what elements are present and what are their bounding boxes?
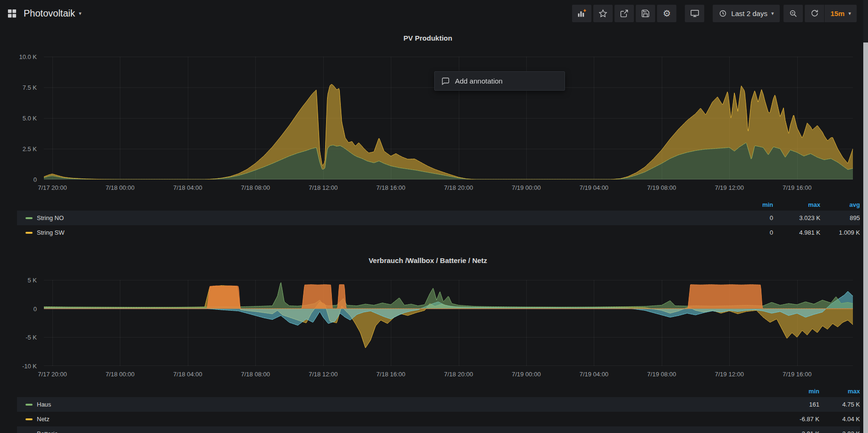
verbrauch-x-axis: 7/17 20:007/18 00:007/18 04:007/18 08:00… [44, 371, 853, 379]
series-color-dash[interactable] [25, 232, 33, 234]
legend-value-min: 0 [726, 214, 773, 221]
panel-title-verbrauch[interactable]: Verbrauch /Wallbox / Batterie / Netz [0, 256, 856, 264]
legend-value-min: 0 [726, 229, 773, 236]
x-tick-label: 7/18 00:00 [106, 184, 135, 191]
grafana-dashboard: { "navbar": { "title": "Photovoltaik", "… [0, 0, 868, 433]
legend-sort-avg[interactable]: avg [820, 201, 860, 208]
navbar-actions: ⚙ Last 2 days ▾ 1 [570, 5, 857, 22]
x-tick-label: 7/18 04:00 [173, 371, 202, 378]
refresh-picker: 15m ▾ [805, 5, 857, 22]
x-tick-label: 7/18 08:00 [241, 184, 270, 191]
legend-value-avg: 895 [820, 214, 860, 221]
legend-value-max: 4.04 K [819, 416, 860, 423]
y-tick-label: 5 K [27, 277, 37, 284]
add-annotation-label: Add annotation [455, 77, 503, 85]
x-tick-label: 7/18 20:00 [444, 371, 473, 378]
y-tick-label: 0 [34, 305, 37, 312]
legend-sort-min[interactable]: min [726, 201, 773, 208]
y-tick-label: -5 K [25, 334, 37, 341]
series-name[interactable]: Netz [37, 416, 50, 423]
verbrauch-chart[interactable] [44, 280, 853, 366]
refresh-icon [810, 9, 819, 17]
refresh-button[interactable] [805, 5, 825, 22]
settings-button[interactable]: ⚙ [657, 5, 676, 22]
refresh-interval-label: 15m [830, 9, 844, 17]
x-tick-label: 7/18 16:00 [376, 371, 405, 378]
x-tick-label: 7/19 08:00 [647, 184, 676, 191]
legend-value-avg: 1.009 K [820, 229, 860, 236]
tv-icon [690, 8, 699, 18]
legend-sort-min[interactable]: min [772, 388, 819, 395]
legend-row-haus[interactable]: Haus1614.75 K [17, 397, 860, 412]
legend-row-string-no[interactable]: String NO03.023 K895 [17, 211, 860, 225]
add-panel-icon [577, 8, 587, 18]
gear-icon: ⚙ [663, 9, 671, 18]
navbar: Photovoltaik ▾ ⚙ [0, 0, 863, 26]
dashboard-title: Photovoltaik [24, 8, 75, 19]
x-tick-label: 7/19 12:00 [715, 371, 744, 378]
kiosk-mode-button[interactable] [685, 5, 704, 22]
series-name[interactable]: String SW [37, 229, 65, 236]
legend-value-max: 3.03 K [819, 430, 860, 433]
save-button[interactable] [636, 5, 655, 22]
y-tick-label: 0 [34, 176, 37, 183]
pv-legend: minmaxavgString NO03.023 K895String SW04… [17, 199, 860, 240]
x-tick-label: 7/19 16:00 [783, 184, 811, 191]
legend-row-batterie[interactable]: Batterie-2.91 K3.03 K [17, 426, 860, 433]
time-range-picker[interactable]: Last 2 days ▾ [713, 5, 780, 22]
panel-title-pv-produktion[interactable]: PV Produktion [0, 34, 856, 42]
legend-sort-max[interactable]: max [819, 388, 860, 395]
legend-row-string-sw[interactable]: String SW04.981 K1.009 K [17, 225, 860, 240]
x-tick-label: 7/19 00:00 [512, 371, 540, 378]
legend-header-row: minmax [17, 385, 860, 397]
scrollbar[interactable] [863, 0, 868, 433]
verbrauch-legend: minmaxHaus1614.75 KNetz-6.87 K4.04 KBatt… [17, 385, 860, 433]
pv-x-axis: 7/17 20:007/18 00:007/18 04:007/18 08:00… [44, 184, 853, 192]
share-icon [620, 9, 629, 18]
x-tick-label: 7/18 16:00 [376, 184, 405, 191]
legend-header-row: minmaxavg [17, 199, 860, 211]
pv-y-axis: 02.5 K5.0 K7.5 K10.0 K [0, 57, 41, 179]
verbrauch-y-axis: 5 K0-5 K-10 K [0, 280, 41, 366]
save-icon [641, 9, 650, 18]
series-name[interactable]: Batterie [37, 430, 58, 433]
x-tick-label: 7/18 12:00 [309, 371, 337, 378]
share-button[interactable] [615, 5, 634, 22]
add-panel-button[interactable] [572, 5, 591, 22]
apps-grid-icon [7, 8, 17, 19]
legend-value-min: -2.91 K [772, 430, 819, 433]
legend-value-min: -6.87 K [772, 416, 819, 423]
y-tick-label: -10 K [22, 363, 37, 370]
y-tick-label: 2.5 K [23, 145, 37, 153]
star-icon [598, 9, 607, 18]
star-button[interactable] [593, 5, 613, 22]
series-color-dash[interactable] [25, 418, 33, 420]
scrollbar-thumb[interactable] [863, 42, 868, 433]
x-tick-label: 7/18 04:00 [173, 184, 202, 191]
x-tick-label: 7/19 08:00 [647, 371, 676, 378]
add-annotation-menu-item[interactable]: Add annotation [434, 71, 565, 91]
y-tick-label: 5.0 K [23, 115, 37, 122]
series-color-dash[interactable] [25, 404, 33, 406]
x-tick-label: 7/18 00:00 [106, 371, 135, 378]
clock-icon [719, 9, 727, 17]
y-tick-label: 7.5 K [23, 84, 37, 91]
series-name[interactable]: Haus [37, 401, 51, 408]
series-name[interactable]: String NO [37, 214, 64, 221]
dashboard-picker[interactable]: Photovoltaik ▾ [7, 8, 82, 19]
x-tick-label: 7/19 12:00 [715, 184, 744, 191]
comment-icon [441, 77, 450, 85]
x-tick-label: 7/19 16:00 [783, 371, 811, 378]
refresh-interval-button[interactable]: 15m ▾ [825, 5, 857, 22]
legend-row-netz[interactable]: Netz-6.87 K4.04 K [17, 412, 860, 426]
x-tick-label: 7/19 00:00 [512, 184, 540, 191]
x-tick-label: 7/17 20:00 [38, 371, 67, 378]
legend-value-max: 3.023 K [773, 214, 820, 221]
x-tick-label: 7/18 12:00 [309, 184, 337, 191]
x-tick-label: 7/18 08:00 [241, 371, 270, 378]
zoom-out-button[interactable] [784, 5, 803, 22]
series-color-dash[interactable] [25, 217, 33, 219]
x-tick-label: 7/18 20:00 [444, 184, 473, 191]
legend-sort-max[interactable]: max [773, 201, 820, 208]
x-tick-label: 7/17 20:00 [38, 184, 67, 191]
